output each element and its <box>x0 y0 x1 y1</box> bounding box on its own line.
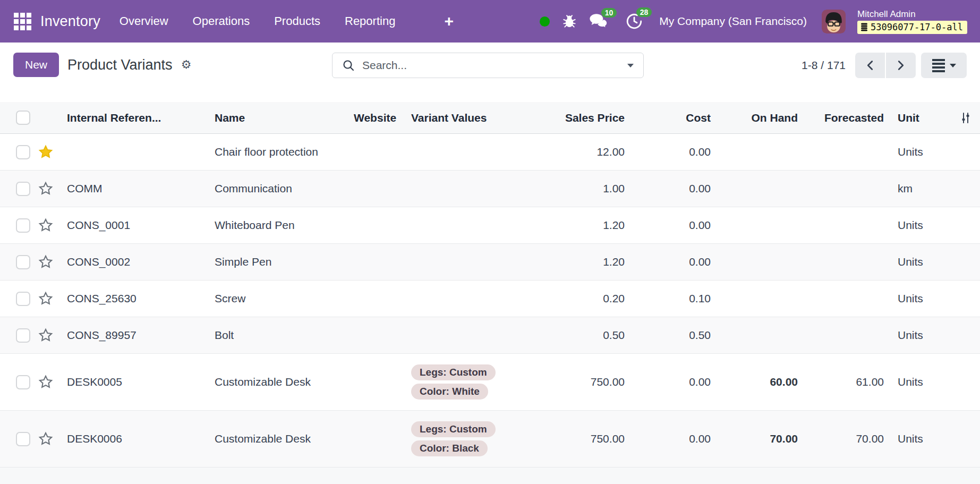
pager-range[interactable]: 1-8 / 171 <box>802 59 846 72</box>
row-checkbox[interactable] <box>16 292 30 306</box>
favorite-star-icon[interactable] <box>35 145 56 159</box>
cost-cell: 0.00 <box>635 256 721 268</box>
row-checkbox[interactable] <box>16 145 30 159</box>
variant-tag: Color: White <box>411 384 488 400</box>
optional-columns-icon[interactable] <box>951 112 980 124</box>
list-view-icon <box>932 59 945 72</box>
internal-reference-cell: DESK0005 <box>56 376 204 388</box>
table-row[interactable]: DESK0006 Customizable Desk Legs: CustomC… <box>0 411 980 468</box>
table-row[interactable]: DESK0005 Customizable Desk Legs: CustomC… <box>0 354 980 411</box>
presence-status-icon <box>540 16 550 27</box>
col-variant-values[interactable]: Variant Values <box>402 112 529 124</box>
top-navbar: Inventory Overview Operations Products R… <box>0 0 980 43</box>
avatar[interactable] <box>822 10 846 33</box>
row-checkbox[interactable] <box>16 182 30 196</box>
bug-icon[interactable] <box>561 13 577 29</box>
menu-overview[interactable]: Overview <box>120 14 168 28</box>
select-all-checkbox[interactable] <box>16 111 30 125</box>
variant-tag: Legs: Custom <box>411 364 496 380</box>
pager-next-button[interactable] <box>886 53 916 78</box>
app-name[interactable]: Inventory <box>40 13 100 30</box>
pager-previous-button[interactable] <box>855 53 885 78</box>
table-row[interactable]: CONS_25630 Screw 0.20 0.10 Units <box>0 281 980 317</box>
table-row[interactable]: CONS_0002 Simple Pen 1.20 0.00 Units <box>0 244 980 281</box>
table-row[interactable]: Chair floor protection 12.00 0.00 Units <box>0 134 980 171</box>
col-forecasted[interactable]: Forecasted <box>808 112 894 124</box>
messages-count-badge: 10 <box>601 8 617 18</box>
favorite-star-icon[interactable] <box>35 254 56 269</box>
new-button[interactable]: New <box>13 53 59 77</box>
sales-price-cell: 1.00 <box>529 182 635 195</box>
internal-reference-cell: DESK0006 <box>56 432 204 445</box>
cost-cell: 0.00 <box>635 219 721 232</box>
company-switcher[interactable]: My Company (San Francisco) <box>659 15 807 28</box>
menu-reporting[interactable]: Reporting <box>345 14 395 28</box>
search-dropdown-icon[interactable] <box>627 64 634 67</box>
sales-price-cell: 0.20 <box>529 292 635 305</box>
col-cost[interactable]: Cost <box>635 112 721 124</box>
internal-reference-cell: CONS_89957 <box>56 329 204 342</box>
name-cell: Whiteboard Pen <box>204 219 343 232</box>
sales-price-cell: 1.20 <box>529 256 635 268</box>
cost-cell: 0.00 <box>635 432 721 445</box>
favorite-star-icon[interactable] <box>35 375 56 389</box>
sales-price-cell: 0.50 <box>529 329 635 342</box>
row-checkbox[interactable] <box>16 432 30 446</box>
gear-icon[interactable]: ⚙ <box>181 59 192 71</box>
unit-cell: Units <box>894 376 951 388</box>
unit-cell: Units <box>894 219 951 232</box>
database-icon <box>860 23 868 31</box>
product-variants-list: Internal Referen... Name Website Variant… <box>0 102 980 484</box>
list-footer <box>0 468 980 484</box>
unit-cell: Units <box>894 256 951 268</box>
internal-reference-cell: CONS_25630 <box>56 292 204 305</box>
activities-icon[interactable]: 28 <box>625 12 643 30</box>
favorite-star-icon[interactable] <box>35 328 56 343</box>
col-internal-reference[interactable]: Internal Referen... <box>56 112 204 124</box>
control-panel: New Product Variants ⚙ 1-8 / 171 <box>0 43 980 102</box>
menu-operations[interactable]: Operations <box>193 14 250 28</box>
variant-tag: Legs: Custom <box>411 421 496 437</box>
col-website[interactable]: Website <box>343 112 402 124</box>
plus-menu-icon[interactable]: + <box>444 13 454 29</box>
search-bar[interactable] <box>332 53 644 78</box>
name-cell: Communication <box>204 182 343 195</box>
col-name[interactable]: Name <box>204 112 343 124</box>
row-checkbox[interactable] <box>16 255 30 269</box>
row-checkbox[interactable] <box>16 375 30 389</box>
messages-icon[interactable]: 10 <box>589 13 608 30</box>
favorite-star-icon[interactable] <box>35 431 56 446</box>
internal-reference-cell: COMM <box>56 182 204 195</box>
unit-cell: km <box>894 182 951 195</box>
col-unit[interactable]: Unit <box>894 112 951 124</box>
view-switcher-button[interactable] <box>921 53 967 78</box>
apps-menu-icon[interactable] <box>12 11 33 32</box>
col-on-hand[interactable]: On Hand <box>721 112 808 124</box>
forecasted-cell: 61.00 <box>808 376 894 388</box>
on-hand-cell: 70.00 <box>721 432 808 445</box>
chevron-left-icon <box>866 60 874 71</box>
row-checkbox[interactable] <box>16 218 30 233</box>
favorite-star-icon[interactable] <box>35 291 56 306</box>
name-cell: Simple Pen <box>204 256 343 268</box>
main-menu: Overview Operations Products Reporting + <box>120 13 454 29</box>
sales-price-cell: 750.00 <box>529 432 635 445</box>
chevron-down-icon <box>950 64 956 67</box>
table-row[interactable]: CONS_89957 Bolt 0.50 0.50 Units <box>0 317 980 354</box>
table-row[interactable]: CONS_0001 Whiteboard Pen 1.20 0.00 Units <box>0 207 980 244</box>
search-input[interactable] <box>362 59 627 72</box>
name-cell: Bolt <box>204 329 343 342</box>
cost-cell: 0.00 <box>635 376 721 388</box>
col-sales-price[interactable]: Sales Price <box>529 112 635 124</box>
variant-values-cell: Legs: CustomColor: Black <box>402 421 529 456</box>
table-header-row: Internal Referen... Name Website Variant… <box>0 102 980 134</box>
favorite-star-icon[interactable] <box>35 181 56 196</box>
row-checkbox[interactable] <box>16 328 30 343</box>
user-name[interactable]: Mitchell Admin <box>857 9 916 20</box>
grid-icon <box>14 13 31 30</box>
internal-reference-cell: CONS_0001 <box>56 219 204 232</box>
unit-cell: Units <box>894 432 951 445</box>
favorite-star-icon[interactable] <box>35 218 56 233</box>
table-row[interactable]: COMM Communication 1.00 0.00 km <box>0 171 980 207</box>
menu-products[interactable]: Products <box>274 14 320 28</box>
